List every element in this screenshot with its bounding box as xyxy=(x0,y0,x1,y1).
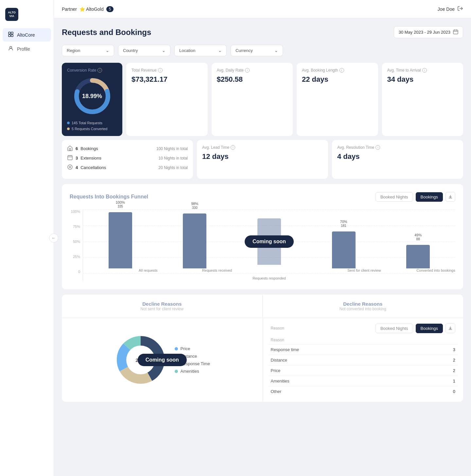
avg-lead-time-label: Avg. Lead Time i xyxy=(202,145,323,150)
avg-resolution-time-value: 4 days xyxy=(337,152,458,161)
calendar-icon xyxy=(67,155,73,162)
sidebar: ALTOVIA AltoCore Profile xyxy=(0,0,54,476)
currency-filter[interactable]: Currency ⌄ xyxy=(231,45,283,56)
reason-cell: Response time xyxy=(268,345,423,355)
sidebar-nav: AltoCore Profile xyxy=(0,27,54,471)
value-cell: 1 xyxy=(423,376,458,386)
funnel-chart-section: Requests Into Bookings Funnel Booked Nig… xyxy=(62,184,463,289)
decline-reasons-table: Reason Response time 3 Distance 2 xyxy=(268,336,458,397)
conversion-donut: 18.99% xyxy=(73,76,112,116)
bookings-row: 6 Bookings 100 Nights in total xyxy=(67,145,188,152)
decline-sub-right: Not converted into booking xyxy=(269,307,457,311)
partner-tier: ⭐ AltoGold xyxy=(79,7,104,12)
download-table-btn[interactable] xyxy=(445,323,455,333)
value-cell: 3 xyxy=(423,345,458,355)
avg-resolution-time-label: Avg. Resolution Time i xyxy=(337,145,458,150)
coming-soon-pill: Coming soon xyxy=(245,235,294,248)
home-icon xyxy=(67,145,73,152)
info-icon: i xyxy=(158,68,163,73)
region-filter[interactable]: Region ⌄ xyxy=(62,45,114,56)
reason-cell: Other xyxy=(268,386,423,397)
svg-rect-3 xyxy=(11,35,13,37)
booked-nights-table-btn[interactable]: Booked Nights xyxy=(375,324,413,333)
total-revenue-label: Total Revenue i xyxy=(131,68,202,73)
bar-all-requests: 100%335 All requests xyxy=(83,210,158,281)
location-filter[interactable]: Location ⌄ xyxy=(174,45,227,56)
svg-rect-6 xyxy=(453,30,458,34)
coming-soon-pill-decline: Coming soon xyxy=(138,354,187,366)
bar-requests-responded: Coming soon Requests responded xyxy=(232,210,306,281)
bookings-count: 6 xyxy=(76,146,78,151)
svg-rect-0 xyxy=(9,32,10,34)
info-icon: i xyxy=(245,68,250,73)
cancellations-nights: 20 Nights in total xyxy=(159,165,188,170)
download-btn[interactable] xyxy=(445,192,455,202)
date-range-picker[interactable]: 30 May 2023 - 29 Jun 2023 xyxy=(394,26,463,38)
decline-title-left: Decline Reasons xyxy=(68,301,256,307)
conversion-title: Conversion Rate i xyxy=(67,68,102,73)
sidebar-item-label: AltoCore xyxy=(17,32,35,38)
chevron-down-icon: ⌄ xyxy=(274,48,278,53)
reason-header: Reason xyxy=(268,336,423,345)
bookings-label: Bookings xyxy=(80,146,98,151)
decline-header-left: Decline Reasons Not sent for client revi… xyxy=(62,295,263,318)
sidebar-item-altocore[interactable]: AltoCore xyxy=(3,28,51,42)
filters-bar: Region ⌄ Country ⌄ Location ⌄ Currency ⌄ xyxy=(62,45,463,56)
info-icon: i xyxy=(422,68,427,73)
decline-header-right: Decline Reasons Not converted into booki… xyxy=(263,295,463,318)
legend-price: Price xyxy=(175,346,210,351)
avg-booking-length-label: Avg. Booking Length i xyxy=(302,68,373,73)
table-row: Price 2 xyxy=(268,366,458,376)
currency-label: Currency xyxy=(236,48,253,53)
partner-count: 5 xyxy=(106,6,114,12)
stats-grid: Conversion Rate i 18.99% 145 Total Reque… xyxy=(62,63,463,136)
svg-rect-1 xyxy=(11,32,13,34)
logout-icon[interactable] xyxy=(457,6,463,12)
avg-daily-rate-card: Avg. Daily Rate i $250.58 xyxy=(212,63,293,136)
main-content: Requests and Bookings 30 May 2023 - 29 J… xyxy=(54,18,471,476)
sidebar-item-label: Profile xyxy=(17,46,30,52)
chart-controls: Booked Nights Bookings xyxy=(375,192,455,202)
country-label: Country xyxy=(123,48,138,53)
country-filter[interactable]: Country ⌄ xyxy=(118,45,170,56)
svg-point-4 xyxy=(10,46,12,48)
bar-converted-bookings: 49%88 Converted into bookings xyxy=(381,210,455,281)
decline-right-panel: Reason Booked Nights Bookings xyxy=(263,318,463,402)
bookings-btn[interactable]: Bookings xyxy=(416,192,443,202)
bookings-table-btn[interactable]: Bookings xyxy=(416,324,443,333)
decline-headers: Decline Reasons Not sent for client revi… xyxy=(62,295,463,318)
logo: ALTOVIA xyxy=(0,5,54,27)
avg-booking-length-card: Avg. Booking Length i 22 days xyxy=(297,63,378,136)
bookings-summary-card: 6 Bookings 100 Nights in total 3 xyxy=(62,140,193,179)
table-header-row: Reason Booked Nights Bookings xyxy=(268,323,458,333)
bar-chart: 100% 75% 50% 25% 0 100%335 xyxy=(70,210,455,281)
table-row: Distance 2 xyxy=(268,355,458,366)
svg-rect-14 xyxy=(68,156,72,160)
stats-row2: 6 Bookings 100 Nights in total 3 xyxy=(62,140,463,179)
bar-sent-client-review: 70%181 Sent for client review xyxy=(306,210,381,281)
chart-title: Requests Into Bookings Funnel xyxy=(70,194,148,200)
value-cell: 0 xyxy=(423,386,458,397)
extensions-count: 3 xyxy=(76,156,78,161)
extensions-row: 3 Extensions 10 Nights in total xyxy=(67,155,188,162)
sidebar-item-profile[interactable]: Profile xyxy=(3,42,51,56)
avg-daily-rate-label: Avg. Daily Rate i xyxy=(217,68,288,73)
date-range-text: 30 May 2023 - 29 Jun 2023 xyxy=(399,30,450,35)
booked-nights-btn[interactable]: Booked Nights xyxy=(375,192,413,202)
chevron-down-icon: ⌄ xyxy=(106,48,109,53)
avg-resolution-time-card: Avg. Resolution Time i 4 days xyxy=(332,140,463,179)
dot-amenities xyxy=(175,370,178,373)
logo-box: ALTOVIA xyxy=(5,8,18,21)
table-row: Response time 3 xyxy=(268,345,458,355)
y-axis: 100% 75% 50% 25% 0 xyxy=(70,210,83,281)
sidebar-collapse-button[interactable]: ← xyxy=(49,233,58,243)
value-cell: 2 xyxy=(423,366,458,376)
avg-time-arrival-card: Avg. Time to Arrival i 34 days xyxy=(382,63,463,136)
region-label: Region xyxy=(67,48,80,53)
reason-cell: Price xyxy=(268,366,423,376)
avg-lead-time-value: 12 days xyxy=(202,152,323,161)
info-icon: i xyxy=(97,68,102,73)
table-row: Other 0 xyxy=(268,386,458,397)
reason-cell: Amenities xyxy=(268,376,423,386)
cancellations-label: Cancellations xyxy=(80,165,106,170)
